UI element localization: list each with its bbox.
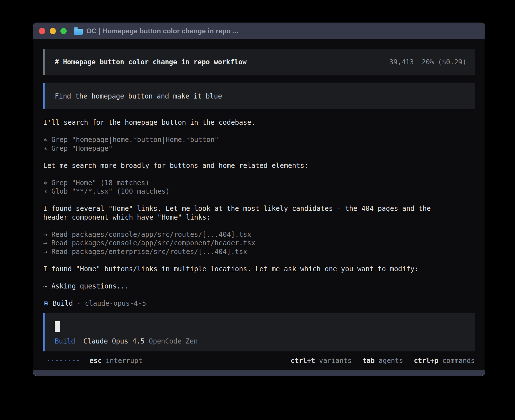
spinner-dot <box>69 360 70 361</box>
session-title: # Homepage button color change in repo w… <box>55 58 246 66</box>
session-header: # Homepage button color change in repo w… <box>43 49 475 75</box>
status-left: esc interrupt <box>43 357 142 365</box>
blank-line <box>43 222 475 230</box>
close-button[interactable] <box>39 28 45 34</box>
terminal-content: # Homepage button color change in repo w… <box>33 39 485 370</box>
zoom-button[interactable] <box>60 28 67 34</box>
title-bar[interactable]: OC | Homepage button color change in rep… <box>33 23 485 39</box>
text-cursor <box>55 321 60 332</box>
spinner-dot <box>52 360 53 361</box>
blank-line <box>43 256 475 265</box>
spinner-dot <box>73 360 75 361</box>
assistant-output: I'll search for the homepage button in t… <box>43 118 475 290</box>
shortcut-key: ctrl+t <box>291 357 315 365</box>
input-footer: Build Claude Opus 4.5 OpenCode Zen <box>55 337 465 345</box>
window-bottom-edge <box>33 370 485 376</box>
esc-key-hint: esc <box>90 357 102 365</box>
traffic-lights <box>39 28 67 34</box>
assistant-text-line: Let me search more broadly for buttons a… <box>43 161 475 170</box>
spinner-dots-icon <box>48 360 79 361</box>
tool-call-line: → Read packages/enterprise/src/routes/[.… <box>43 248 475 256</box>
tool-call-line: → Read packages/console/app/src/componen… <box>43 239 475 248</box>
blank-line <box>43 153 475 161</box>
status-right: ctrl+t variants tab agents ctrl+p comman… <box>291 357 475 365</box>
tool-call-line: → Read packages/console/app/src/routes/[… <box>43 230 475 239</box>
token-count: 39,413 <box>389 58 414 66</box>
assistant-text-line: I found several "Home" links. Let me loo… <box>43 204 475 213</box>
shortcut-key: ctrl+p <box>414 357 438 365</box>
folder-icon <box>74 29 83 35</box>
spinner-dot <box>77 360 79 361</box>
spinner-dot <box>56 360 58 361</box>
user-message-text: Find the homepage button and make it blu… <box>55 92 222 100</box>
blank-line <box>43 170 475 179</box>
esc-key-action: interrupt <box>106 357 142 365</box>
blank-line <box>43 196 475 205</box>
input-mode-label: Build <box>55 337 75 345</box>
terminal-window: OC | Homepage button color change in rep… <box>33 23 485 376</box>
shortcut-key: tab <box>363 357 375 365</box>
assistant-text-line: ~ Asking questions... <box>43 282 475 291</box>
tool-call-line: ∗ Glob "**/*.tsx" (100 matches) <box>43 187 475 196</box>
agent-status-row: Build · claude-opus-4-5 <box>43 299 475 308</box>
tool-call-line: ∗ Grep "Homepage" <box>43 144 475 153</box>
spinner-dot <box>60 360 62 361</box>
shortcut-variants: ctrl+t variants <box>291 357 352 365</box>
tool-call-line: ∗ Grep "homepage|home.*button|Home.*butt… <box>43 135 475 144</box>
minimize-button[interactable] <box>50 28 56 34</box>
blank-line <box>43 127 475 136</box>
agent-separator: · <box>77 299 81 307</box>
session-stats: 39,413 20% ($0.29) <box>389 58 466 66</box>
shortcut-label: variants <box>319 357 352 365</box>
user-message: Find the homepage button and make it blu… <box>43 83 475 109</box>
assistant-text-line: I'll search for the homepage button in t… <box>43 118 475 127</box>
shortcut-label: commands <box>442 357 475 365</box>
input-model-label: Claude Opus 4.5 <box>83 337 145 345</box>
assistant-text-line: header component which have "Home" links… <box>43 213 475 222</box>
agent-indicator-icon <box>44 301 48 305</box>
tool-call-line: ∗ Grep "Home" (18 matches) <box>43 179 475 187</box>
window-title: OC | Homepage button color change in rep… <box>86 27 238 35</box>
blank-line <box>43 273 475 282</box>
shortcut-agents: tab agents <box>363 357 403 365</box>
input-provider-label: OpenCode Zen <box>149 337 198 345</box>
agent-name: Build <box>53 299 73 307</box>
shortcut-label: agents <box>379 357 403 365</box>
context-percent: 20% <box>422 58 434 66</box>
assistant-text-line: I found "Home" buttons/links in multiple… <box>43 265 475 274</box>
window-title-group: OC | Homepage button color change in rep… <box>74 27 238 35</box>
prompt-input[interactable]: Build Claude Opus 4.5 OpenCode Zen <box>43 313 475 351</box>
status-bar: esc interrupt ctrl+t variants tab agents… <box>43 356 475 365</box>
shortcut-commands: ctrl+p commands <box>414 357 475 365</box>
spinner-dot <box>65 360 66 361</box>
agent-model: claude-opus-4-5 <box>85 299 146 307</box>
spinner-dot <box>48 360 49 361</box>
session-cost: ($0.29) <box>438 58 466 66</box>
